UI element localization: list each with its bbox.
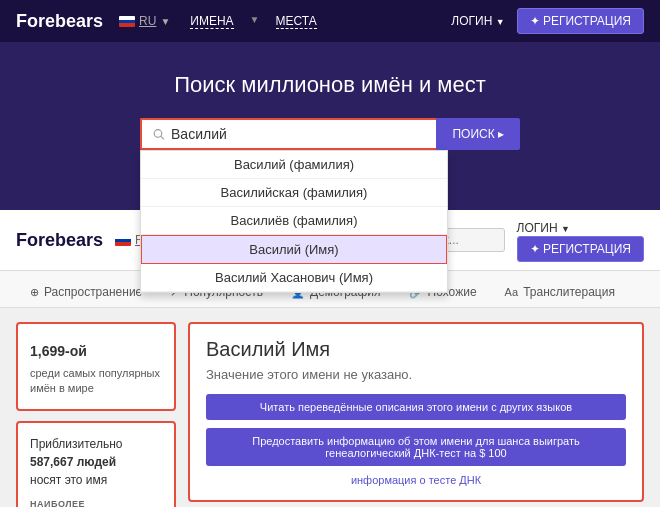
search-input-hero[interactable]	[171, 126, 426, 142]
second-nav-actions: ЛОГИН ▼ ✦ РЕГИСТРАЦИЯ	[517, 218, 644, 262]
right-column: Василий Имя Значение этого имени не указ…	[188, 322, 644, 507]
login-button-top[interactable]: ЛОГИН ▼	[451, 14, 504, 28]
hero-section: Поиск миллионов имён и мест ПОИСК ▸ Васи…	[0, 42, 660, 210]
tab-transliteration[interactable]: Аа Транслитерация	[491, 279, 629, 307]
pop-title: Приблизительно 587,667 людей носят это и…	[30, 435, 162, 489]
tab-distribution-label: Распространение	[44, 285, 142, 299]
stat-rank: 1,699-ой	[30, 336, 162, 362]
lang-selector-top[interactable]: RU ▼	[119, 14, 170, 28]
hero-title: Поиск миллионов имён и мест	[20, 72, 640, 98]
top-nav-actions: ЛОГИН ▼ ✦ РЕГИСТРАЦИЯ	[451, 8, 644, 34]
top-nav-links: ИМЕНА ▼ МЕСТА	[190, 14, 451, 29]
stat-card: 1,699-ой среди самых популярных имён в м…	[16, 322, 176, 411]
login-button-second[interactable]: ЛОГИН ▼	[517, 221, 570, 235]
dropdown-item-5[interactable]: Василий Хасанович (Имя)	[141, 264, 447, 292]
lang-chevron-top: ▼	[160, 16, 170, 27]
stat-desc: среди самых популярных имён в мире	[30, 366, 162, 397]
search-container: ПОИСК ▸ Василий (фамилия) Василийская (ф…	[20, 118, 640, 150]
dropdown-item-2[interactable]: Василийская (фамилия)	[141, 179, 447, 207]
brand-logo-top[interactable]: Forebears	[16, 11, 103, 32]
svg-point-0	[154, 130, 162, 138]
search-icon-hero	[152, 127, 165, 141]
content-area: 1,699-ой среди самых популярных имён в м…	[0, 308, 660, 507]
pop-card: Приблизительно 587,667 людей носят это и…	[16, 421, 176, 507]
tab-distribution[interactable]: ⊕ Распространение	[16, 279, 156, 307]
dna-link[interactable]: информация о тесте ДНК	[206, 474, 626, 486]
left-column: 1,699-ой среди самых популярных имён в м…	[16, 322, 176, 507]
search-dropdown: Василий (фамилия) Василийская (фамилия) …	[140, 150, 448, 293]
name-meaning: Значение этого имени не указано.	[206, 367, 626, 382]
tab-transliteration-label: Транслитерация	[523, 285, 615, 299]
search-input-wrap	[140, 118, 436, 150]
btn-provide[interactable]: Предоставить информацию об этом имени дл…	[206, 428, 626, 466]
dropdown-item-4[interactable]: Василий (Имя)	[141, 235, 447, 264]
lang-text-top[interactable]: RU	[139, 14, 156, 28]
register-button-second[interactable]: ✦ РЕГИСТРАЦИЯ	[517, 236, 644, 262]
transliteration-icon: Аа	[505, 286, 519, 298]
distribution-icon: ⊕	[30, 286, 39, 299]
highest-label: НАИБОЛЕЕ РАСПРОСТРАНЁННАЯ В:	[30, 499, 162, 507]
nav-link-names-top[interactable]: ИМЕНА	[190, 14, 233, 29]
register-button-top[interactable]: ✦ РЕГИСТРАЦИЯ	[517, 8, 644, 34]
search-wrapper: ПОИСК ▸ Василий (фамилия) Василийская (ф…	[140, 118, 520, 150]
dropdown-item-1[interactable]: Василий (фамилия)	[141, 151, 447, 179]
nav-link-places-top[interactable]: МЕСТА	[276, 14, 317, 29]
dropdown-item-3[interactable]: Василиёв (фамилия)	[141, 207, 447, 235]
search-button-hero[interactable]: ПОИСК ▸	[436, 118, 520, 150]
flag-icon-second	[115, 235, 131, 246]
brand-logo-second[interactable]: Forebears	[16, 230, 103, 251]
name-title: Василий Имя	[206, 338, 626, 361]
name-card: Василий Имя Значение этого имени не указ…	[188, 322, 644, 502]
flag-icon-top	[119, 16, 135, 27]
btn-translated[interactable]: Читать переведённые описания этого имени…	[206, 394, 626, 420]
svg-line-1	[161, 136, 164, 139]
names-chevron: ▼	[250, 14, 260, 29]
